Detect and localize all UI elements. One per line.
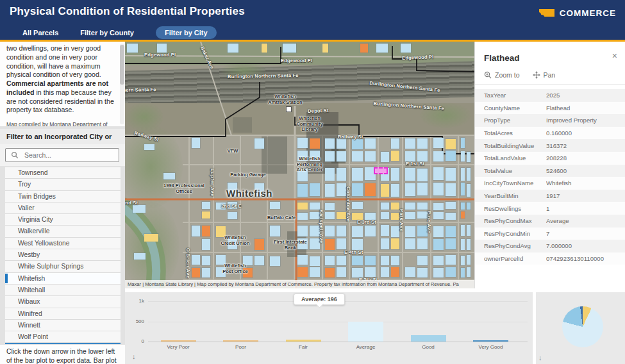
scrollbar-thumb[interactable] [120, 45, 124, 85]
street-label: Columbia Ave [346, 186, 351, 222]
field-name: PropType [475, 117, 546, 124]
city-name: Westby [18, 251, 40, 258]
montana-state-icon [538, 8, 555, 19]
city-list-item[interactable]: West Yellowstone [5, 238, 121, 249]
zoom-to-button[interactable]: Zoom to [484, 71, 520, 79]
table-row: IncCityTownNameWhitefish [475, 177, 625, 190]
street-label: Kalispell Ave [319, 210, 324, 244]
poi-label: 1993 ProfessionalOffices [163, 183, 204, 194]
field-value: Whitefish [546, 179, 625, 186]
field-value: 1917 [546, 192, 625, 199]
bar-chart-panel: 1k 500 0 Very PoorPoorFairAverageGoodVer… [125, 292, 533, 364]
street-label: E 1st St [406, 161, 424, 167]
header: Physical Condition of Residential Proper… [0, 0, 625, 40]
city-name: Winifred [18, 310, 42, 317]
search-box[interactable] [5, 148, 119, 162]
field-name: ResDwellings [475, 205, 546, 212]
city-list-item[interactable]: Westby [5, 249, 121, 261]
tab-filter-by-county[interactable]: Filter by County [80, 29, 134, 37]
bar-very-good[interactable] [473, 340, 508, 342]
tab-filter-by-city[interactable]: Filter by City [156, 26, 217, 39]
poi-label-line: VFW [228, 149, 238, 154]
field-value: 524600 [546, 167, 625, 174]
city-name: Whitehall [18, 286, 45, 294]
city-list-item[interactable]: Whitehall [5, 285, 121, 296]
city-list-item[interactable]: Townsend [5, 167, 121, 179]
city-name: Wolf Point [18, 333, 48, 340]
ytick-500: 500 [126, 318, 144, 324]
tab-all-parcels[interactable]: All Parcels [22, 29, 58, 37]
poi-label: WhitefishAmtrak Station [268, 94, 302, 105]
poi-label-line: Offices [163, 189, 204, 195]
street-label: 2nd St [125, 200, 138, 206]
street-label: O'Brien Ave [185, 248, 191, 279]
field-value: 07429236130110000 [546, 255, 625, 262]
city-name: Townsend [18, 169, 47, 176]
bar-very-poor[interactable] [161, 340, 196, 342]
table-row: TotalValue524600 [475, 165, 625, 178]
table-row: ResPhyCondMin7 [475, 228, 625, 240]
street-label: Baker Ave [199, 46, 215, 70]
city-list-item[interactable]: Valier [5, 203, 121, 214]
table-row: ResPhyCondAvg7.000000 [475, 240, 625, 252]
table-row: ResPhyCondMaxAverage [475, 215, 625, 228]
street-label: Burlington Northern Santa Fe [228, 72, 299, 79]
category-label: Fair [278, 344, 329, 350]
poi-label: Parking Garage [230, 172, 265, 178]
bar-average[interactable] [348, 322, 383, 342]
city-list-item[interactable]: Wibaux [5, 296, 121, 308]
city-list-item[interactable]: Winifred [5, 308, 121, 320]
search-input[interactable] [23, 151, 109, 160]
city-label: Whitefish [226, 188, 272, 199]
pie-chart[interactable] [562, 306, 603, 347]
map-attribution: Maxar | Montana State Library | Map comp… [125, 280, 474, 288]
map-canvas[interactable]: Whitefish Edgewood PlEdgewood PlEdgewood… [125, 42, 474, 288]
category-label: Average [340, 344, 392, 350]
poi-label-line: Post Office [222, 269, 248, 275]
pan-button[interactable]: Pan [533, 71, 556, 79]
close-icon[interactable]: × [612, 51, 617, 61]
street-label: Edgewood Pl [144, 52, 176, 58]
street-label: 2nd St E [221, 203, 242, 209]
intro-paragraph: two dwellings, one in very good conditio… [6, 44, 115, 115]
poi-label-line: Bank [274, 245, 307, 251]
city-list-item[interactable]: White Sulphur Springs [5, 261, 121, 272]
app-window: Physical Condition of Residential Proper… [0, 0, 625, 364]
city-list-item[interactable]: Whitefish [5, 273, 121, 285]
poi-label-line: Buffalo Cafe [267, 215, 296, 221]
search-section [0, 144, 125, 166]
field-value: 208228 [546, 154, 625, 161]
city-list-item[interactable]: Wolf Point [5, 331, 121, 343]
city-name: Whitefish [18, 275, 45, 282]
city-list-item[interactable]: Winnett [5, 320, 121, 331]
city-list-item[interactable]: Walkerville [5, 226, 121, 237]
bar-fair[interactable] [286, 340, 321, 342]
city-list: TownsendTroyTwin BridgesValierVirginia C… [5, 167, 121, 344]
scrollbar-track[interactable] [120, 44, 124, 124]
city-name: West Yellowstone [18, 240, 70, 247]
street-label: Railway St [134, 130, 160, 143]
bar-good[interactable] [411, 335, 446, 342]
poi-label: WhitefishPost Office [222, 263, 248, 274]
city-list-item[interactable]: Twin Bridges [5, 191, 121, 203]
field-value: 7 [546, 230, 625, 237]
field-value: 316372 [546, 142, 625, 149]
city-list-item[interactable]: Troy [5, 179, 121, 190]
export-data-arrow-icon[interactable]: ↓ [132, 352, 136, 360]
amtrak-station-marker [286, 106, 292, 112]
field-name: ResPhyCondAvg [475, 242, 546, 249]
poi-label: First InterstateBank [274, 240, 307, 251]
pie-export-arrow-icon[interactable]: ↓ [538, 354, 542, 361]
axis-baseline [148, 342, 528, 342]
category-label: Good [403, 344, 454, 350]
table-row: TaxYear2025 [475, 89, 625, 102]
popup-divider [475, 84, 625, 85]
street-label: Burlington Northern Santa Fe [373, 101, 444, 112]
street-label: Edgewood Pl [281, 58, 312, 63]
field-value: Improved Property [546, 117, 625, 124]
poi-label-line: Parking Garage [230, 172, 265, 178]
city-list-item[interactable]: Virginia City [5, 214, 121, 226]
bar-poor[interactable] [223, 340, 258, 342]
city-name: Walkerville [18, 228, 49, 235]
table-row: CountyNameFlathead [475, 102, 625, 115]
